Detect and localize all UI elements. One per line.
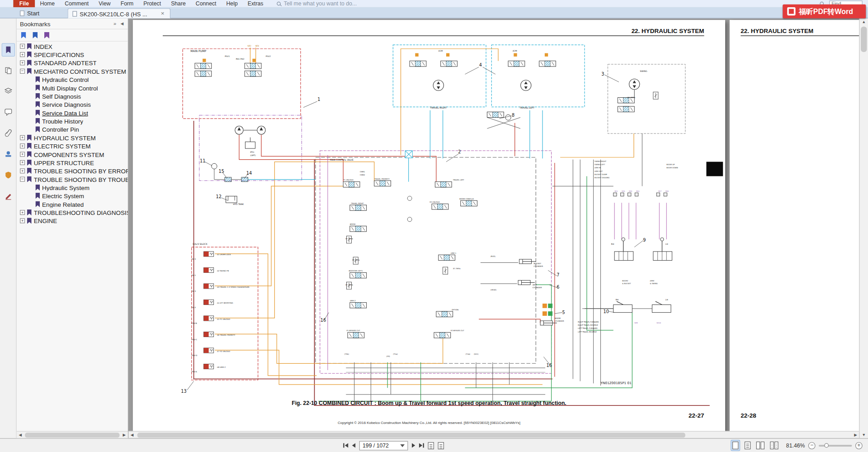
sidebar-security-icon[interactable] [2,168,15,181]
sidebar-signature-icon[interactable] [2,190,15,203]
diagram-label: (OPT) [250,154,255,157]
expand-node-icon[interactable]: + [20,143,25,148]
expand-node-icon[interactable]: + [20,60,25,65]
collapse-panel-icon[interactable]: ◄ [120,21,125,26]
expand-node-icon[interactable]: + [20,210,25,215]
tab-document[interactable]: SK200-SK210LC-8 (HS ... × [67,8,170,18]
zoom-slider[interactable] [819,445,852,447]
assistant-search[interactable]: Tell me what you want to do... [276,0,357,6]
new-bookmark-icon[interactable] [33,32,38,38]
single-page-view-icon[interactable] [731,440,740,451]
collapse-node-icon[interactable]: − [20,69,25,74]
expand-node-icon[interactable]: + [20,44,25,49]
bookmark-item[interactable]: +ENGINE [17,217,128,225]
bookmark-item[interactable]: −MECHATRO CONTROL SYSTEM [17,67,128,75]
page-number-input[interactable]: 199 / 1072 [359,441,408,450]
menu-form[interactable]: Form [116,0,139,7]
previous-page-button[interactable] [352,443,355,448]
bookmark-item[interactable]: +SPECIFICATIONS [17,50,128,58]
collapse-node-icon[interactable]: − [20,177,25,182]
expand-node-icon[interactable]: + [20,152,25,157]
continuous-view-icon[interactable] [743,440,751,450]
bookmark-icon [27,43,32,49]
bookmark-item[interactable]: Trouble History [17,117,128,125]
bookmark-item[interactable]: +COMPONENTS SYSTEM [17,150,128,158]
scroll-thumb[interactable] [25,433,119,438]
menu-comment[interactable]: Comment [60,0,94,7]
scroll-thumb[interactable] [861,27,867,52]
expand-node-icon[interactable]: + [20,218,25,223]
sidebar-stamps-icon[interactable] [2,147,15,161]
scroll-left-icon[interactable]: ◀ [17,433,24,437]
tab-start[interactable]: Start [15,8,66,18]
diagram-label: CYLINDER [555,320,564,322]
sidebar-layers-icon[interactable] [2,84,15,97]
bookmark-options-icon[interactable] [44,32,49,38]
bookmark-item[interactable]: Hydraulic System [17,183,128,191]
expand-node-icon[interactable]: + [20,168,25,173]
scroll-down-icon[interactable]: ▼ [860,431,868,438]
sidebar-attachments-icon[interactable] [2,126,15,139]
bookmark-item[interactable]: +TROUBLE SHOOTING BY ERROR CODE [17,167,128,175]
file-menu[interactable]: File [13,0,35,7]
menu-extras[interactable]: Extras [243,0,269,7]
sidebar-bookmarks-icon[interactable] [2,43,15,57]
bookmarks-title: Bookmarks [20,20,50,27]
scroll-left-icon[interactable]: ◀ [128,433,136,437]
first-page-button[interactable] [343,443,348,448]
sidebar-pages-icon[interactable] [2,64,15,77]
bookmark-item[interactable]: Engine Related [17,200,128,208]
zoom-out-button[interactable]: − [808,442,816,449]
bookmark-item[interactable]: +TROUBLESHOOTING DIAGNOSIS MODE [17,208,128,216]
menu-protect[interactable]: Protect [138,0,166,7]
bookmark-item[interactable]: Electric System [17,192,128,200]
diagram-callout: 3 [601,71,604,76]
menu-help[interactable]: Help [221,0,242,7]
bookmark-icon [27,209,32,215]
scroll-right-icon[interactable]: ▶ [852,433,859,437]
menu-share[interactable]: Share [166,0,191,7]
zoom-slider-thumb[interactable] [824,443,829,447]
bookmark-item[interactable]: +STANDARD ANDTEST [17,59,128,67]
next-view-icon[interactable] [438,442,444,449]
sidebar-comments-icon[interactable] [2,105,15,119]
last-page-button[interactable] [419,443,424,448]
scroll-thumb[interactable] [137,433,685,438]
menu-view[interactable]: View [94,0,115,7]
expand-options-icon[interactable]: » [113,21,116,26]
facing-view-icon[interactable] [755,440,765,450]
bookmark-item[interactable]: Multi Display Control [17,84,128,92]
bookmark-item[interactable]: Service Diagnosis [17,100,128,109]
close-tab-icon[interactable]: × [160,10,165,16]
bookmark-item[interactable]: +HYDRAULIC SYSTEM [17,133,128,142]
bookmark-item[interactable]: Self Diagnosis [17,92,128,100]
expand-node-icon[interactable]: + [20,135,25,140]
document-vscrollbar[interactable]: ▲ ▼ [859,18,868,438]
pdf-to-word-badge[interactable]: 福昕PDF转Word [783,5,866,19]
previous-view-icon[interactable] [428,442,434,449]
expand-node-icon[interactable]: + [20,52,25,57]
solenoid-function-label: A2 SWING PB [217,270,229,272]
bookmark-item[interactable]: Hydraulic Control [17,76,128,84]
next-page-button[interactable] [412,443,415,448]
bookmark-item[interactable]: +UPPER STRUCTURE [17,158,128,167]
book-view-icon[interactable] [769,440,779,450]
document-canvas[interactable]: 22. HYDRAULIC SYSTEM [128,18,859,438]
bookmark-label: Multi Display Control [42,85,98,91]
expand-node-icon[interactable]: + [20,160,25,165]
bookmark-item[interactable]: +INDEX [17,42,128,50]
bookmark-item[interactable]: Service Data List [17,109,128,117]
expand-current-bookmark-icon[interactable] [21,32,26,38]
document-hscrollbar[interactable]: ◀ ▶ [128,431,859,438]
bookmark-item[interactable]: Controller Pin [17,125,128,133]
bookmark-item[interactable]: +ELECTRIC SYSTEM [17,142,128,150]
zoom-in-button[interactable]: + [855,442,863,449]
bookmark-item[interactable]: −TROUBLE SHOOTING BY TROUBLE [17,175,128,183]
scroll-up-icon[interactable]: ▲ [860,18,868,25]
scroll-right-icon[interactable]: ▶ [121,433,128,437]
diagram-label: MAIN CONTROL VALVE [330,159,354,161]
bookmarks-hscrollbar[interactable]: ◀ ▶ [17,431,128,438]
menu-connect[interactable]: Connect [191,0,222,7]
menu-home[interactable]: Home [35,0,60,7]
bookmark-label: STANDARD ANDTEST [34,60,97,67]
